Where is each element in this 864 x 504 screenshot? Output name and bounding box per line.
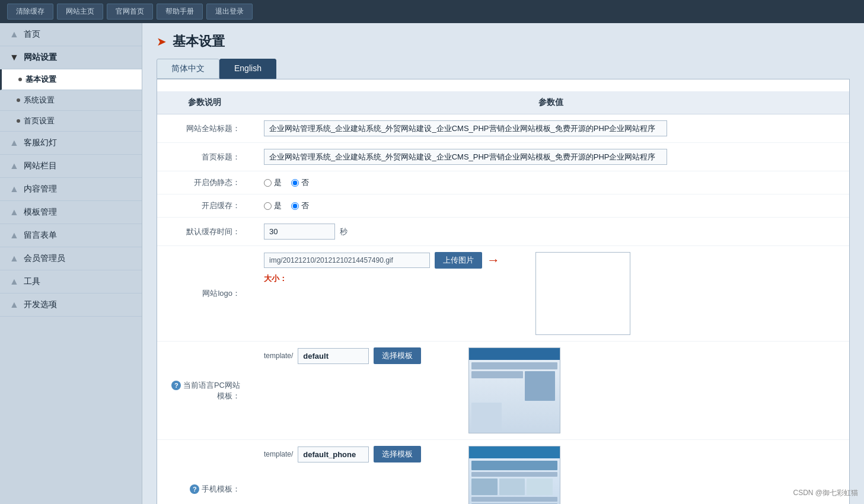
arrow-up-icon: ▲: [9, 138, 19, 148]
sidebar-label-system-settings: 系统设置: [24, 95, 55, 106]
logo-input-row: 上传图片 →: [264, 252, 500, 269]
cache-yes-radio[interactable]: [264, 202, 272, 210]
cache-no-label[interactable]: 否: [291, 200, 309, 211]
sidebar-label-home: 首页: [24, 29, 40, 40]
preview-body-mobile: [469, 458, 560, 504]
mobile-template-prefix: template/: [264, 450, 293, 458]
select-pc-template-button[interactable]: 选择模板: [374, 347, 421, 364]
table-row: 开启缓存： 是 否: [157, 194, 849, 218]
param-value-pseudo-static: 是 否: [252, 171, 849, 194]
cache-yes-label[interactable]: 是: [264, 200, 282, 211]
param-label-site-title: 网站全站标题：: [157, 114, 252, 143]
sidebar-item-dev-options[interactable]: ▲ 开发选项: [0, 294, 142, 317]
radio-yes-label[interactable]: 是: [264, 177, 282, 188]
cache-time-input[interactable]: [264, 224, 335, 240]
param-value-site-title: [252, 114, 849, 143]
home-title-input[interactable]: [264, 149, 667, 165]
table-row: 首页标题：: [157, 143, 849, 171]
watermark: CSDN @御七彩虹猫: [793, 488, 858, 498]
help-icon-mobile[interactable]: ?: [190, 484, 199, 494]
arrow-up-icon: ▲: [9, 161, 19, 171]
sidebar-label-message-form: 留言表单: [24, 230, 57, 241]
sidebar-item-site-columns[interactable]: ▲ 网站栏目: [0, 155, 142, 178]
sidebar-item-home[interactable]: ▲ 首页: [0, 23, 142, 46]
param-table: 参数说明 参数值 网站全站标题： 首页标题：: [157, 91, 849, 504]
tabs-row: 简体中文 English: [157, 59, 850, 79]
sidebar-label-template-mgmt: 模板管理: [24, 207, 57, 218]
table-row: 开启伪静态： 是 否: [157, 171, 849, 194]
preview-header-mobile: [469, 446, 560, 458]
arrow-up-icon: ▲: [9, 184, 19, 194]
sidebar-item-system-settings[interactable]: 系统设置: [0, 90, 142, 111]
param-value-logo: 上传图片 → 大小：: [252, 246, 849, 342]
page-title: 基本设置: [173, 33, 225, 50]
param-label-mobile-template: ? 手机模板：: [157, 440, 252, 505]
pc-template-preview: [468, 347, 560, 433]
cache-no-radio[interactable]: [291, 202, 299, 210]
tab-en[interactable]: English: [219, 59, 276, 79]
arrow-up-icon: ▲: [9, 230, 19, 241]
arrow-up-icon: ▲: [9, 207, 19, 218]
sidebar: ▲ 首页 ▼ 网站设置 基本设置 系统设置 首页设置 ▲ 客服幻灯 ▲ 网站栏目: [0, 23, 142, 504]
logout-button[interactable]: 退出登录: [206, 4, 253, 20]
sidebar-item-homepage-settings[interactable]: 首页设置: [0, 111, 142, 132]
sidebar-item-member-admin[interactable]: ▲ 会员管理员: [0, 247, 142, 270]
layout: ▲ 首页 ▼ 网站设置 基本设置 系统设置 首页设置 ▲ 客服幻灯 ▲ 网站栏目: [0, 23, 864, 504]
help-icon-pc[interactable]: ?: [171, 381, 181, 390]
upload-image-button[interactable]: 上传图片: [435, 252, 482, 269]
pseudo-static-radio-group: 是 否: [264, 177, 837, 188]
param-label-cache-time: 默认缓存时间：: [157, 218, 252, 246]
logo-section: 上传图片 → 大小：: [264, 252, 500, 284]
site-home-button[interactable]: 网站主页: [57, 4, 103, 20]
table-row: ? 当前语言PC网站模板： template/ 选择模板: [157, 342, 849, 440]
sidebar-label-site-settings: 网站设置: [24, 52, 57, 63]
param-value-pc-template: template/ 选择模板: [252, 342, 849, 440]
table-row: 网站logo： 上传图片 →: [157, 246, 849, 342]
tab-zh[interactable]: 简体中文: [157, 59, 219, 79]
param-label-home-title: 首页标题：: [157, 143, 252, 171]
arrow-up-icon: ▲: [9, 299, 19, 310]
select-mobile-template-button[interactable]: 选择模板: [374, 446, 421, 462]
sidebar-item-site-settings[interactable]: ▼ 网站设置: [0, 46, 142, 69]
logo-path-input[interactable]: [264, 253, 430, 268]
help-manual-button[interactable]: 帮助手册: [157, 4, 203, 20]
param-value-cache: 是 否: [252, 194, 849, 218]
arrow-up-icon: ▲: [9, 276, 19, 287]
radio-no-label[interactable]: 否: [291, 177, 309, 188]
seconds-label: 秒: [340, 227, 347, 236]
size-label: 大小：: [264, 273, 287, 284]
sidebar-item-message-form[interactable]: ▲ 留言表单: [0, 224, 142, 247]
pseudo-static-yes-radio[interactable]: [264, 179, 272, 187]
param-label-cache: 开启缓存：: [157, 194, 252, 218]
site-title-input[interactable]: [264, 120, 667, 136]
logo-arrow-icon: →: [487, 253, 500, 268]
col-header-values: 参数值: [252, 91, 849, 114]
page-title-row: ➤ 基本设置: [157, 33, 850, 50]
pseudo-static-no-radio[interactable]: [291, 179, 299, 187]
param-label-pseudo-static: 开启伪静态：: [157, 171, 252, 194]
param-label-logo: 网站logo：: [157, 246, 252, 342]
title-arrow-icon: ➤: [157, 34, 167, 49]
param-value-mobile-template: template/ 选择模板: [252, 440, 849, 505]
dot-icon: [17, 119, 20, 123]
mobile-template-row: template/ 选择模板: [264, 446, 421, 462]
pc-template-input[interactable]: [298, 348, 369, 364]
sidebar-item-basic-settings[interactable]: 基本设置: [0, 69, 142, 90]
sidebar-item-customer-slide[interactable]: ▲ 客服幻灯: [0, 132, 142, 155]
table-row: 网站全站标题：: [157, 114, 849, 143]
content-panel: 参数说明 参数值 网站全站标题： 首页标题：: [157, 79, 850, 504]
sidebar-label-basic-settings: 基本设置: [25, 74, 56, 85]
sidebar-item-tools[interactable]: ▲ 工具: [0, 270, 142, 294]
col-header-params: 参数说明: [157, 91, 252, 114]
cache-radio-group: 是 否: [264, 200, 837, 211]
arrow-down-icon: ▼: [9, 52, 19, 63]
official-home-button[interactable]: 官网首页: [107, 4, 153, 20]
mobile-template-input[interactable]: [298, 446, 369, 462]
top-toolbar: 清除缓存 网站主页 官网首页 帮助手册 退出登录: [0, 0, 864, 23]
sidebar-item-template-mgmt[interactable]: ▲ 模板管理: [0, 201, 142, 224]
preview-body: [469, 360, 560, 433]
clear-cache-button[interactable]: 清除缓存: [7, 4, 53, 20]
table-row: ? 手机模板： template/ 选择模板: [157, 440, 849, 505]
table-row: 默认缓存时间： 秒: [157, 218, 849, 246]
sidebar-item-content-mgmt[interactable]: ▲ 内容管理: [0, 178, 142, 201]
